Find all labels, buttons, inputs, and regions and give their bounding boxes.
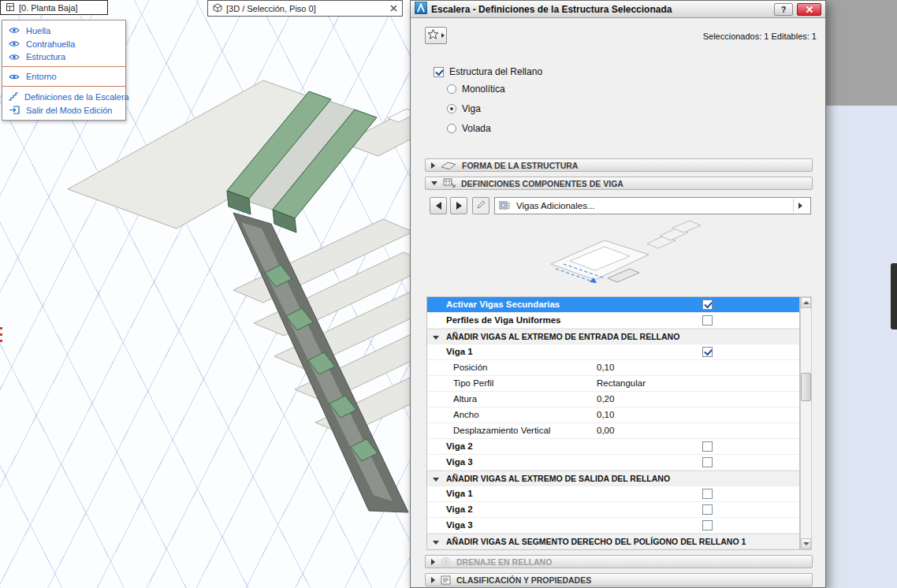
collapse-arrow-icon[interactable] bbox=[433, 541, 439, 545]
row-checkbox[interactable] bbox=[702, 504, 713, 515]
dialog-titlebar[interactable]: Escalera - Definiciones de la Estructura… bbox=[411, 1, 825, 18]
table-row[interactable]: Viga 1 bbox=[427, 344, 799, 360]
row-value[interactable]: Rectangular bbox=[597, 376, 646, 391]
radio-icon bbox=[447, 104, 456, 114]
close-tab-icon[interactable] bbox=[390, 5, 397, 12]
table-row[interactable]: Viga 2 bbox=[427, 439, 799, 455]
table-group-row[interactable]: AÑADIR VIGAS AL EXTREMO DE ENTRADA DEL R… bbox=[427, 329, 799, 344]
palette-item-salir-del-modo-edicion[interactable]: Salir del Modo Edición bbox=[2, 103, 125, 117]
radio-volada[interactable]: Volada bbox=[447, 122, 505, 135]
row-checkbox[interactable] bbox=[702, 315, 713, 326]
row-label: Posición bbox=[453, 360, 487, 375]
row-checkbox[interactable] bbox=[702, 457, 713, 467]
radio-monolitica[interactable]: Monolítica bbox=[447, 83, 505, 95]
star-icon bbox=[427, 28, 439, 43]
tab-planta-baja[interactable]: [0. Planta Baja] bbox=[0, 0, 108, 15]
row-checkbox[interactable] bbox=[702, 489, 713, 499]
eye-icon bbox=[8, 54, 20, 61]
row-checkbox[interactable] bbox=[702, 347, 713, 357]
radio-icon bbox=[447, 124, 456, 133]
section-label: DEFINICIONES COMPONENTES DE VIGA bbox=[461, 179, 623, 188]
dialog-body: Seleccionados: 1 Editables: 1 Estructura… bbox=[411, 18, 825, 587]
table-row[interactable]: Viga 2 bbox=[427, 502, 799, 518]
table-group-row[interactable]: AÑADIR VIGAS AL SEGMENTO DERECHO DEL POL… bbox=[427, 534, 799, 549]
table-row[interactable]: Activar Vigas Secundarias bbox=[427, 297, 799, 313]
palette-item-entorno[interactable]: Entorno bbox=[2, 70, 125, 87]
row-label: Viga 1 bbox=[446, 344, 473, 359]
row-checkbox[interactable] bbox=[702, 520, 713, 530]
beam-set-dropdown[interactable]: Vigas Adicionales... bbox=[494, 197, 811, 214]
scrollbar-thumb[interactable] bbox=[801, 373, 811, 401]
row-label: Perfiles de Viga Uniformes bbox=[446, 313, 561, 328]
environment-eye-icon bbox=[8, 73, 20, 80]
collapsed-arrow-icon bbox=[431, 162, 435, 169]
table-scrollbar[interactable] bbox=[800, 296, 812, 550]
arrow-left-icon bbox=[436, 202, 441, 210]
section-componentes-viga[interactable]: DEFINICIONES COMPONENTES DE VIGA bbox=[425, 177, 813, 190]
caret-right-icon bbox=[441, 33, 445, 38]
palette-item-huella[interactable]: Huella bbox=[2, 24, 125, 37]
row-checkbox[interactable] bbox=[702, 300, 713, 310]
table-row[interactable]: Altura0,20 bbox=[427, 392, 799, 408]
tab-label: [3D / Selección, Piso 0] bbox=[226, 4, 316, 13]
section-label: FORMA DE LA ESTRUCTURA bbox=[462, 161, 578, 170]
radio-label: Monolítica bbox=[462, 84, 505, 95]
row-value[interactable]: 0,20 bbox=[597, 392, 614, 407]
table-group-row[interactable]: AÑADIR VIGAS AL EXTREMO DE SALIDA DEL RE… bbox=[427, 471, 799, 486]
table-row[interactable]: Viga 3 bbox=[427, 455, 799, 471]
row-label: Viga 1 bbox=[446, 486, 473, 501]
palette-item-estructura[interactable]: Estructura bbox=[2, 50, 125, 67]
row-label: Activar Vigas Secundarias bbox=[446, 297, 560, 312]
prev-beam-button[interactable] bbox=[430, 197, 447, 214]
palette-item-contrahuella[interactable]: Contrahuella bbox=[2, 37, 125, 50]
favorites-button[interactable] bbox=[425, 27, 447, 44]
dropdown-arrow-icon[interactable] bbox=[793, 199, 806, 213]
row-label: Viga 3 bbox=[446, 518, 473, 533]
collapse-arrow-icon[interactable] bbox=[433, 478, 439, 482]
section-clasificacion[interactable]: CLASIFICACIÓN Y PROPIEDADES bbox=[425, 573, 813, 586]
row-label: Ancho bbox=[453, 408, 479, 422]
edit-mode-palette: HuellaContrahuellaEstructuraEntornoDefin… bbox=[2, 20, 126, 121]
close-icon bbox=[806, 2, 813, 17]
section-drenaje[interactable]: DRENAJE EN RELLANO bbox=[425, 555, 813, 568]
beam-settings-table: Activar Vigas SecundariasPerfiles de Vig… bbox=[426, 296, 800, 550]
palette-item-label: Contrahuella bbox=[26, 39, 75, 49]
row-value[interactable]: 0,00 bbox=[597, 423, 614, 438]
collapsed-arrow-icon bbox=[431, 577, 435, 583]
row-value[interactable]: 0,10 bbox=[597, 360, 614, 375]
checkbox-estructura-rellano[interactable]: Estructura del Rellano bbox=[434, 66, 542, 77]
dropdown-label: Vigas Adicionales... bbox=[516, 201, 595, 210]
row-checkbox[interactable] bbox=[702, 441, 713, 452]
table-row[interactable]: Perfiles de Viga Uniformes bbox=[427, 313, 799, 329]
drain-icon bbox=[441, 556, 451, 567]
checkbox-label: Estructura del Rellano bbox=[449, 66, 542, 77]
table-row[interactable]: Viga 3 bbox=[427, 518, 799, 534]
arrow-right-icon bbox=[456, 202, 462, 210]
scroll-down-icon[interactable] bbox=[801, 538, 811, 549]
exit-icon bbox=[8, 106, 20, 114]
close-button[interactable] bbox=[797, 3, 821, 16]
table-row[interactable]: Desplazamiento Vertical0,00 bbox=[427, 423, 799, 439]
section-label: CLASIFICACIÓN Y PROPIEDADES bbox=[456, 575, 591, 585]
collapse-arrow-icon[interactable] bbox=[433, 336, 439, 340]
section-forma-estructura[interactable]: FORMA DE LA ESTRUCTURA bbox=[425, 158, 813, 172]
eye-icon bbox=[8, 40, 20, 47]
row-value[interactable]: 0,10 bbox=[597, 408, 614, 422]
table-row[interactable]: Tipo PerfilRectangular bbox=[427, 376, 799, 392]
tab-3d-view[interactable]: [3D / Selección, Piso 0] bbox=[207, 0, 403, 17]
docked-toolbar-edge[interactable] bbox=[891, 263, 897, 329]
table-row[interactable]: Viga 1 bbox=[427, 486, 799, 502]
radio-label: Volada bbox=[462, 123, 491, 134]
structure-type-radios: MonolíticaVigaVolada bbox=[447, 83, 505, 142]
next-beam-button[interactable] bbox=[450, 197, 467, 214]
table-row[interactable]: Ancho0,10 bbox=[427, 408, 799, 423]
help-button[interactable]: ? bbox=[774, 3, 793, 16]
archicad-window: [0. Planta Baja] [3D / Selección, Piso 0… bbox=[0, 0, 897, 588]
expanded-arrow-icon bbox=[431, 181, 437, 185]
radio-viga[interactable]: Viga bbox=[447, 102, 505, 115]
checkbox-icon bbox=[434, 67, 444, 77]
edit-beam-button[interactable] bbox=[472, 197, 489, 214]
palette-item-definiciones-de-la-escalera[interactable]: Definiciones de la Escalera bbox=[2, 90, 125, 103]
scroll-up-icon[interactable] bbox=[801, 297, 811, 308]
table-row[interactable]: Posición0,10 bbox=[427, 360, 799, 376]
